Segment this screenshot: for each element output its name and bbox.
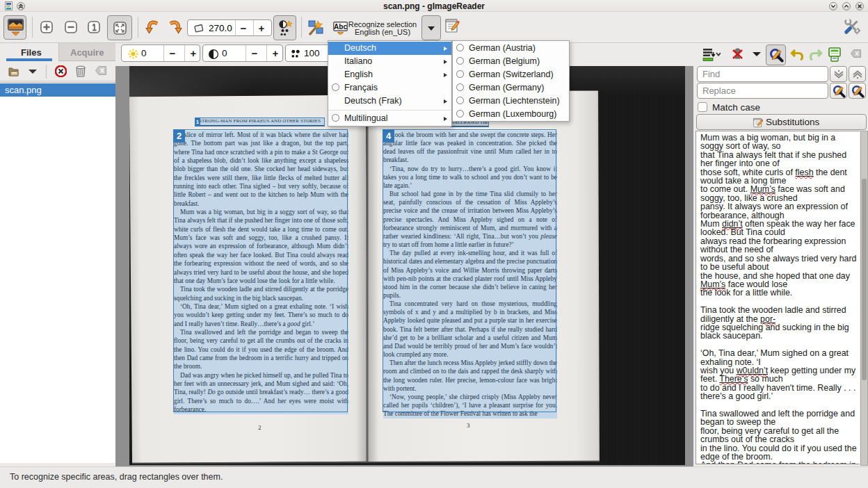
svg-text:Abc: Abc bbox=[334, 23, 347, 31]
